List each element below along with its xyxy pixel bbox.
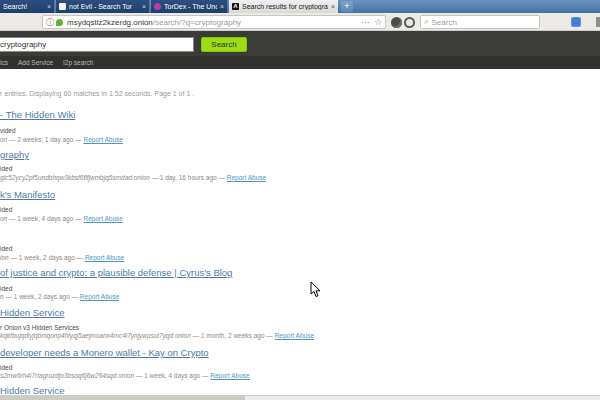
- report-abuse-link[interactable]: Report Abuse: [275, 332, 314, 339]
- search-magnifier-icon: ⌕: [424, 17, 428, 27]
- tab-label: TorDex - The Uncensored Tor Se: [164, 3, 217, 10]
- result-title-link[interactable]: - The Hidden Wiki: [0, 109, 75, 120]
- tab-label: Search results for cryptography: [242, 3, 328, 10]
- site-nav-bar: ics Add Service I2p search: [0, 56, 600, 69]
- tor-button-icon[interactable]: [391, 17, 402, 28]
- result-description: vided: [0, 127, 16, 134]
- tab-bar: Search! × not Evil - Search Tor × TorDex…: [0, 0, 600, 13]
- result-meta: s2mw6rh4i7rtagruzdjo3bsoq6j6w264sqd.onio…: [0, 372, 250, 379]
- result-age: — 1 week, 4 days ago —: [7, 215, 83, 222]
- report-abuse-link[interactable]: Report Abuse: [83, 136, 122, 143]
- result-meta: on — 2 weeks, 1 day ago — Report Abuse: [0, 136, 123, 143]
- notevil-favicon-icon: [59, 3, 66, 10]
- result-age: — 1 week, 4 days ago —: [134, 372, 210, 379]
- new-tab-button[interactable]: +: [341, 1, 353, 12]
- result-meta: on — 1 week, 4 days ago — Report Abuse: [0, 215, 123, 222]
- nav-link-i2p-search[interactable]: I2p search: [63, 59, 93, 66]
- result-description: ided: [0, 245, 12, 252]
- extension-icon[interactable]: [571, 17, 581, 27]
- tordex-onion-favicon-icon: [154, 3, 161, 10]
- result-onion-url: gic52ycy2pf5undbhqw3kbsf6fifjwmbjq5smdad…: [0, 174, 150, 181]
- tab-close-icon[interactable]: ×: [220, 0, 224, 13]
- tab-label: Search!: [3, 3, 44, 10]
- result-description: ided: [0, 285, 12, 292]
- report-abuse-link[interactable]: Report Abuse: [85, 254, 124, 261]
- result-title-link[interactable]: Hidden Service: [0, 307, 64, 318]
- navigation-toolbar: ⓘ msydqstlz2kzerdg.onion /search/?q=cryp…: [0, 13, 600, 31]
- report-abuse-link[interactable]: Report Abuse: [80, 293, 119, 300]
- url-path: /search/?q=cryptography: [153, 18, 241, 27]
- result-description: ided: [0, 364, 12, 371]
- tab-3[interactable]: TorDex - The Uncensored Tor Se ×: [151, 0, 228, 13]
- tab-2[interactable]: not Evil - Search Tor ×: [56, 0, 150, 13]
- result-title-link[interactable]: of justice and crypto: a plausible defen…: [0, 267, 232, 278]
- result-description: ided: [0, 206, 12, 213]
- scrollbar-thumb[interactable]: [0, 396, 245, 400]
- result-title-link[interactable]: developer needs a Monero wallet - Kay on…: [0, 347, 209, 358]
- result-title-link[interactable]: graphy: [0, 149, 29, 160]
- result-meta: gic52ycy2pf5undbhqw3kbsf6fifjwmbjq5smdad…: [0, 174, 266, 181]
- tab-1[interactable]: Search! ×: [0, 0, 55, 13]
- site-search-input[interactable]: [0, 37, 194, 52]
- result-description: r Onion v3 Hidden Services: [0, 324, 79, 331]
- result-age: — 1 week, 2 days ago —: [4, 293, 80, 300]
- report-abuse-link[interactable]: Report Abuse: [83, 215, 122, 222]
- site-info-icon[interactable]: ⓘ: [46, 17, 54, 28]
- nav-link-add-service[interactable]: Add Service: [18, 59, 53, 66]
- result-age: — 2 weeks, 1 day ago —: [7, 136, 83, 143]
- site-search-button[interactable]: Search: [201, 37, 247, 52]
- site-search-header: Search: [0, 31, 600, 56]
- page-actions-icon[interactable]: ⋯: [361, 18, 370, 27]
- result-meta: ion — 1 week, 2 days ago — Report Abuse: [0, 254, 124, 261]
- clipped-toolbar-icon[interactable]: [596, 17, 600, 27]
- result-age: — 1 week, 2 days ago —: [9, 254, 85, 261]
- tab-close-icon[interactable]: ×: [331, 0, 335, 13]
- mouse-cursor: [310, 281, 321, 298]
- onion-security-icon[interactable]: [56, 19, 63, 26]
- ahmia-favicon-icon: A: [232, 3, 239, 10]
- nav-link-statistics[interactable]: ics: [0, 59, 8, 66]
- report-abuse-link[interactable]: Report Abuse: [227, 174, 266, 181]
- result-onion-url: s2mw6rh4i7rtagruzdjo3bsoq6j6w264sqd.onio…: [0, 372, 134, 379]
- browser-search-input[interactable]: [431, 18, 521, 27]
- result-onion-url: ion: [0, 254, 9, 261]
- result-age: — 1 day, 16 hours ago —: [150, 174, 227, 181]
- tab-label: not Evil - Search Tor: [69, 3, 139, 10]
- tab-close-icon[interactable]: ×: [47, 0, 51, 13]
- bookmark-star-icon[interactable]: ☆: [374, 17, 382, 27]
- report-abuse-link[interactable]: Report Abuse: [210, 372, 249, 379]
- horizontal-scrollbar[interactable]: [0, 395, 600, 400]
- browser-window: Search! × not Evil - Search Tor × TorDex…: [0, 0, 600, 400]
- url-domain: msydqstlz2kzerdg.onion: [67, 18, 153, 27]
- tab-active-search-results[interactable]: A Search results for cryptography ×: [229, 0, 338, 13]
- onion-circuit-icon[interactable]: [404, 17, 415, 28]
- result-onion-url: kqkfbujqdiyjqbmqonp4hlyqj5aejmoanx4mc4i7…: [0, 332, 191, 339]
- result-meta: kqkfbujqdiyjqbmqonp4hlyqj5aejmoanx4mc4i7…: [0, 332, 314, 339]
- result-title-link[interactable]: k's Manifesto: [0, 189, 55, 200]
- result-description: ided: [0, 165, 12, 172]
- url-bar[interactable]: ⓘ msydqstlz2kzerdg.onion /search/?q=cryp…: [42, 15, 386, 29]
- result-meta: n — 1 week, 2 days ago — Report Abuse: [0, 293, 119, 300]
- browser-search-box[interactable]: ⌕: [420, 15, 540, 29]
- result-age: — 1 month, 2 weeks ago —: [191, 332, 275, 339]
- results-stats-line: r entries. Displaying 60 matches in 1.52…: [0, 90, 194, 97]
- tab-close-icon[interactable]: ×: [142, 0, 146, 13]
